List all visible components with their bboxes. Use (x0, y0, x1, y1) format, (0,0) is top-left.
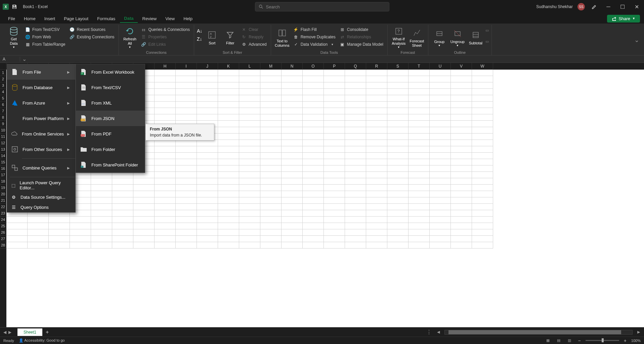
cell[interactable] (366, 89, 387, 95)
hscroll-right[interactable]: ▶ (636, 330, 641, 334)
cell[interactable] (409, 102, 430, 108)
cell[interactable] (218, 229, 239, 236)
cell[interactable] (430, 153, 451, 159)
cell[interactable] (324, 165, 345, 172)
cell[interactable] (451, 236, 472, 242)
cell[interactable] (303, 95, 324, 102)
cell[interactable] (239, 95, 260, 102)
sheet-tab[interactable]: Sheet1 (17, 328, 42, 336)
cell[interactable] (345, 223, 366, 229)
sort-button[interactable]: AZ Sort (204, 26, 220, 49)
cell[interactable] (176, 197, 197, 204)
cell[interactable] (430, 140, 451, 146)
row-header[interactable]: 25 (0, 223, 6, 229)
cell[interactable] (303, 153, 324, 159)
cell[interactable] (409, 82, 430, 89)
cell[interactable] (260, 153, 282, 159)
cell[interactable] (387, 217, 409, 223)
cell[interactable] (49, 242, 70, 249)
cell[interactable] (387, 127, 409, 133)
cell[interactable] (112, 191, 133, 197)
cell[interactable] (387, 210, 409, 217)
cell[interactable] (218, 236, 239, 242)
cell[interactable] (324, 153, 345, 159)
cell[interactable] (260, 236, 282, 242)
cell[interactable] (218, 127, 239, 133)
cell[interactable] (345, 140, 366, 146)
cell[interactable] (282, 114, 303, 121)
cell[interactable] (472, 95, 493, 102)
cell[interactable] (282, 242, 303, 249)
ungroup-button[interactable]: Ungroup ▼ (449, 26, 466, 49)
cell[interactable] (472, 165, 493, 172)
cell[interactable] (387, 146, 409, 153)
cell[interactable] (260, 108, 282, 114)
cell[interactable] (430, 127, 451, 133)
select-all-corner[interactable] (0, 63, 6, 70)
cell[interactable] (260, 95, 282, 102)
cell[interactable] (218, 185, 239, 191)
cell[interactable] (49, 217, 70, 223)
zoom-slider[interactable] (586, 340, 619, 341)
cell[interactable] (155, 236, 176, 242)
cell[interactable] (409, 159, 430, 165)
cell[interactable] (91, 204, 112, 210)
cell[interactable] (387, 178, 409, 185)
cell[interactable] (260, 140, 282, 146)
tab-formulas[interactable]: Formulas (93, 15, 119, 23)
cell[interactable] (282, 204, 303, 210)
cell[interactable] (472, 140, 493, 146)
cell[interactable] (303, 229, 324, 236)
cell[interactable] (282, 108, 303, 114)
sheet-more-button[interactable]: ⋮ (424, 329, 434, 335)
cell[interactable] (430, 108, 451, 114)
cell[interactable] (430, 76, 451, 82)
cell[interactable] (472, 229, 493, 236)
cell[interactable] (409, 140, 430, 146)
cell[interactable] (133, 242, 155, 249)
whatif-button[interactable]: ? What-If Analysis ▼ (390, 26, 407, 49)
cell[interactable] (282, 140, 303, 146)
cell[interactable] (155, 229, 176, 236)
cell[interactable] (239, 140, 260, 146)
cell[interactable] (176, 223, 197, 229)
cell[interactable] (282, 133, 303, 140)
cell[interactable] (133, 210, 155, 217)
cell[interactable] (176, 178, 197, 185)
sort-za-icon[interactable]: Z↓ (197, 36, 202, 42)
cell[interactable] (197, 204, 218, 210)
cell[interactable] (472, 102, 493, 108)
column-header[interactable]: K (218, 63, 239, 70)
cell[interactable] (260, 210, 282, 217)
cell[interactable] (239, 108, 260, 114)
row-header[interactable]: 27 (0, 236, 6, 242)
cell[interactable] (387, 197, 409, 204)
cell[interactable] (239, 82, 260, 89)
cell[interactable] (409, 178, 430, 185)
cell[interactable] (409, 127, 430, 133)
tab-help[interactable]: Help (179, 15, 197, 23)
cell[interactable] (387, 153, 409, 159)
cell[interactable] (451, 197, 472, 204)
cell[interactable] (282, 178, 303, 185)
cell[interactable] (345, 114, 366, 121)
cell[interactable] (197, 242, 218, 249)
minimize-button[interactable]: ─ (604, 2, 613, 11)
cell[interactable] (472, 197, 493, 204)
flash-fill[interactable]: ⚡Flash Fill (292, 26, 337, 33)
cell[interactable] (303, 146, 324, 153)
cell[interactable] (260, 89, 282, 95)
cell[interactable] (409, 217, 430, 223)
cell[interactable] (91, 217, 112, 223)
cell[interactable] (387, 89, 409, 95)
cell[interactable] (387, 159, 409, 165)
cell[interactable] (176, 140, 197, 146)
name-box[interactable]: A (0, 57, 20, 62)
cell[interactable] (155, 217, 176, 223)
cell[interactable] (345, 242, 366, 249)
cell[interactable] (430, 165, 451, 172)
cell[interactable] (91, 236, 112, 242)
cell[interactable] (155, 82, 176, 89)
cell[interactable] (324, 89, 345, 95)
cell[interactable] (218, 153, 239, 159)
